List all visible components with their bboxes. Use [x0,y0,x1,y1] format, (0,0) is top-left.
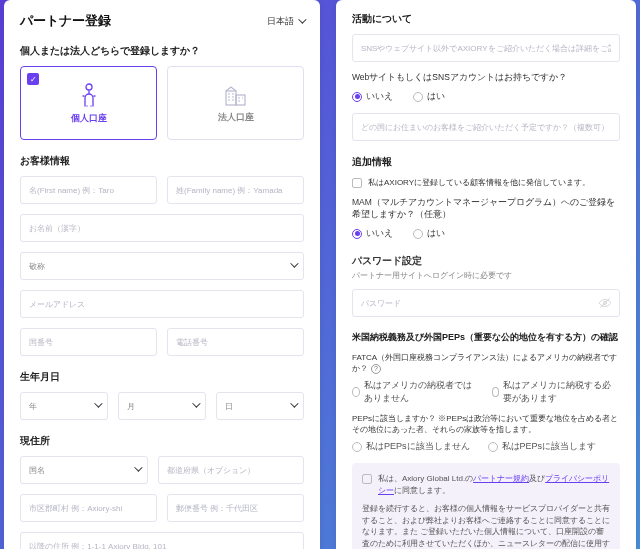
policy-body: 登録を続行すると、お客様の個人情報をサービスプロバイダーと共有すること、および弊… [362,503,610,549]
dob-day-select[interactable]: 日 [216,392,304,420]
first-name-input[interactable] [20,176,157,204]
has-site-no[interactable]: いいえ [352,90,393,103]
has-site-question: WebサイトもしくはSNSアカウントはお持ちですか？ [352,72,620,84]
address-rest-input[interactable] [20,532,304,549]
password-heading: パスワード設定 [352,254,620,268]
customer-info-heading: お客様情報 [20,154,304,168]
phone-input[interactable] [167,328,304,356]
panel-activity: 活動について WebサイトもしくはSNSアカウントはお持ちですか？ いいえ はい… [336,0,636,549]
agree-text: 私は、Axiory Global Ltd.のパートナー規約及びプライバシーポリシ… [378,473,610,497]
radio-icon [413,92,423,102]
info-icon[interactable]: ? [371,364,381,374]
eye-icon[interactable] [598,296,612,310]
has-site-yes[interactable]: はい [413,90,445,103]
peps-question: PEPsに該当しますか？ ※PEPsは政治等において重要な地位を占める者とその地… [352,413,620,435]
radio-icon [352,442,362,452]
policy-block: 私は、Axiory Global Ltd.のパートナー規約及びプライバシーポリシ… [352,463,620,549]
account-type-individual-label: 個人口座 [71,112,107,125]
radio-icon [352,229,362,239]
compliance-heading: 米国納税義務及び外国PEPs（重要な公的地位を有する方）の確認 [352,331,620,344]
password-input[interactable] [352,289,620,317]
panel-partner-register: パートナー登録 日本語 個人または法人どちらで登録しますか？ ✓ 個人口座 法人… [4,0,320,549]
title-select-value: 敬称 [20,252,304,280]
account-type-individual[interactable]: ✓ 個人口座 [20,66,157,140]
password-note: パートナー用サイトへログイン時に必要です [352,270,620,281]
svg-point-0 [86,84,92,90]
page-title: パートナー登録 [20,12,111,30]
mam-question: MAM（マルチアカウントマネージャープログラム）へのご登録を希望しますか？（任意… [352,197,620,221]
language-label: 日本語 [267,15,294,28]
person-icon [78,82,100,108]
fatca-opt1[interactable]: 私はアメリカの納税者ではありません [352,379,474,405]
check-icon: ✓ [27,73,39,85]
chevron-down-icon [298,15,306,23]
account-type-corporate-label: 法人口座 [218,111,254,124]
additional-heading: 追加情報 [352,155,620,169]
dob-heading: 生年月日 [20,370,304,384]
consent-checkbox[interactable] [352,178,362,188]
partner-terms-link[interactable]: パートナー規約 [473,474,529,483]
fatca-question: FATCA（外国口座税務コンプライアンス法）によるアメリカの納税者ですか？? [352,352,620,374]
title-select[interactable]: 敬称 [20,252,304,280]
country-select[interactable]: 国名 [20,456,148,484]
account-type-question: 個人または法人どちらで登録しますか？ [20,44,304,58]
name-kanji-input[interactable] [20,214,304,242]
account-type-corporate[interactable]: 法人口座 [167,66,304,140]
peps-opt1[interactable]: 私はPEPsに該当しません [352,440,470,453]
consent-text: 私はAXIORYに登録している顧客情報を他に発信しています。 [368,177,590,189]
prefecture-input[interactable] [158,456,304,484]
language-selector[interactable]: 日本語 [267,15,304,28]
mam-no[interactable]: いいえ [352,227,393,240]
building-icon [223,83,249,107]
radio-icon [352,92,362,102]
region-input[interactable] [352,113,620,141]
dob-year-select[interactable]: 年 [20,392,108,420]
channel-input[interactable] [352,34,620,62]
radio-icon [488,442,498,452]
fatca-opt2[interactable]: 私はアメリカに納税する必要があります [492,379,620,405]
dob-month-select[interactable]: 月 [118,392,206,420]
agree-checkbox[interactable] [362,474,372,484]
radio-icon [492,387,500,397]
svg-rect-1 [226,91,236,105]
address-heading: 現住所 [20,434,304,448]
activity-heading: 活動について [352,12,620,26]
country-code-input[interactable] [20,328,157,356]
city-input[interactable] [20,494,157,522]
radio-icon [413,229,423,239]
radio-icon [352,387,360,397]
mam-yes[interactable]: はい [413,227,445,240]
email-input[interactable] [20,290,304,318]
svg-rect-2 [236,95,245,105]
peps-opt2[interactable]: 私はPEPsに該当します [488,440,597,453]
postal-input[interactable] [167,494,304,522]
last-name-input[interactable] [167,176,304,204]
